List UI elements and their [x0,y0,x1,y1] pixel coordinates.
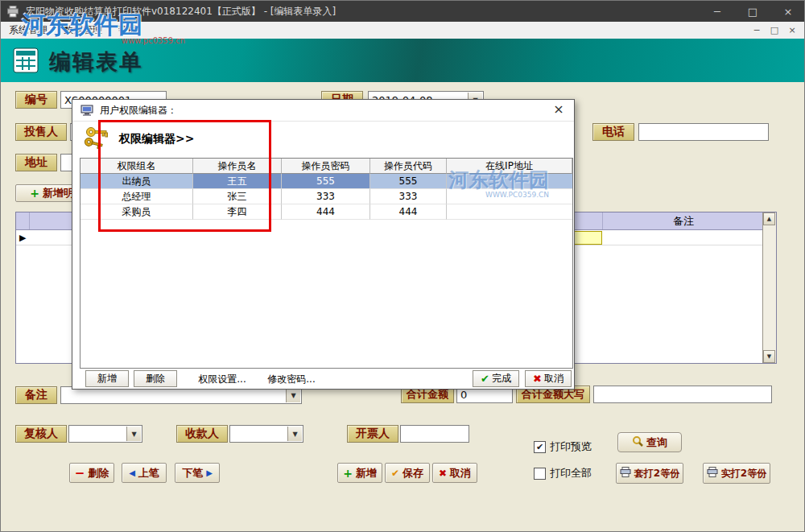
window-maximize-button[interactable]: □ [735,1,770,22]
menu-data[interactable]: 数据管理 [56,22,110,39]
window-close-button[interactable]: × [770,1,805,22]
printer-icon [620,467,631,480]
reviewer-combobox[interactable]: ▼ [68,425,142,443]
computer-icon [80,105,93,116]
grid-vertical-scrollbar[interactable]: ▲ ▼ [762,212,776,363]
payee-label: 收款人 [176,425,228,443]
reviewer-label: 复核人 [15,425,67,443]
scroll-down-icon[interactable]: ▼ [763,350,775,363]
phone-label: 电话 [592,123,634,141]
delete-button[interactable]: − 删除 [69,463,114,483]
print-preview-checkbox[interactable]: ✔ 打印预览 [534,439,592,454]
total-caps-input[interactable] [593,386,772,403]
window-minimize-button[interactable]: ─ [700,1,735,22]
real-print-button[interactable]: 实打2等份 [703,463,770,484]
printer-icon [707,467,718,480]
plus-icon: + [343,467,353,480]
template-print-button[interactable]: 套打2等份 [616,463,683,484]
change-password-button[interactable]: 修改密码... [259,372,324,386]
permission-settings-button[interactable]: 权限设置... [190,372,254,386]
menubar: 系统管理 数据管理 帮助 ─ □ × [1,22,805,39]
dialog-add-button[interactable]: 新增 [85,370,129,387]
drawer-label: 开票人 [347,425,398,443]
payee-combobox[interactable]: ▼ [229,425,303,443]
arrow-right-icon: ▶ [206,468,213,477]
menu-system[interactable]: 系统管理 [1,22,56,39]
window-title: 宏阳物资收购结算单打印软件v018122401【正式版】 - [编辑表单录入] [26,5,700,19]
grid-remark-header: 备注 [602,212,765,229]
annotation-rectangle [98,120,271,232]
dialog-title: 用户权限编辑器： [100,104,177,118]
dialog-close-button[interactable]: × [550,101,568,117]
mdi-close-button[interactable]: × [783,22,801,39]
app-window: 宏阳物资收购结算单打印软件v018122401【正式版】 - [编辑表单录入] … [0,0,805,532]
dialog-done-button[interactable]: ✔ 完成 [473,370,519,387]
page-title: 编辑表单 [49,47,142,76]
seller-label: 投售人 [15,123,67,141]
mdi-controls: ─ □ × [748,22,801,39]
address-label: 地址 [15,154,57,171]
search-icon [632,435,643,449]
form-icon [13,47,39,76]
query-button[interactable]: 查询 [617,432,682,452]
window-titlebar: 宏阳物资收购结算单打印软件v018122401【正式版】 - [编辑表单录入] … [1,1,805,22]
current-row-marker-icon: ▶ [19,233,26,243]
print-all-checkbox[interactable]: 打印全部 [534,466,592,480]
chevron-down-icon[interactable]: ▼ [287,427,302,441]
phone-input[interactable] [638,123,769,141]
cross-icon: ✖ [533,373,542,385]
cancel-button[interactable]: ✖ 取消 [432,463,477,483]
save-button[interactable]: ✔ 保存 [385,463,430,483]
chevron-down-icon[interactable]: ▼ [286,388,300,402]
remark-label: 备注 [15,386,57,404]
plus-icon: + [30,187,39,200]
check-icon: ✔ [391,468,399,479]
arrow-left-icon: ◀ [129,468,135,477]
dialog-cancel-button[interactable]: ✖ 取消 [525,370,572,387]
previous-record-button[interactable]: ◀ 上笔 [122,463,167,483]
checkbox-check-icon: ✔ [534,441,546,453]
next-record-button[interactable]: 下笔 ▶ [175,463,220,483]
checkbox-empty-icon [534,468,546,480]
dialog-titlebar: 用户权限编辑器： [72,100,574,122]
cross-icon: ✖ [439,468,447,479]
grid-marker-header [16,212,30,229]
scroll-up-icon[interactable]: ▲ [763,212,775,225]
dialog-delete-button[interactable]: 删除 [134,370,177,387]
mdi-restore-button[interactable]: □ [766,22,783,39]
minus-icon: − [75,469,85,477]
check-icon: ✔ [481,373,489,385]
mdi-minimize-button[interactable]: ─ [748,22,766,39]
chevron-down-icon[interactable]: ▼ [126,427,141,441]
menu-help[interactable]: 帮助 [110,22,146,39]
app-icon [6,6,19,18]
drawer-input[interactable] [400,425,469,443]
number-label: 编号 [15,91,57,109]
add-button[interactable]: + 新增 [337,463,382,483]
page-header: 编辑表单 [1,39,805,82]
